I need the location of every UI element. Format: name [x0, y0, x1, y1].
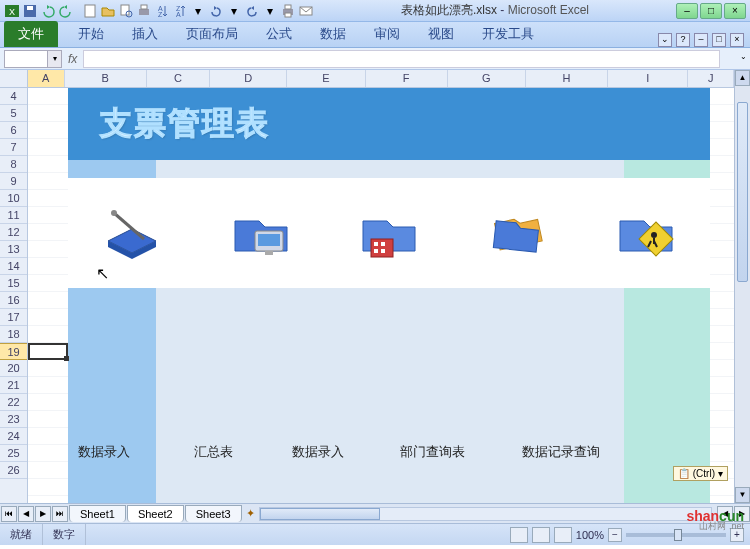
col-header-E[interactable]: E [287, 70, 365, 87]
formula-input[interactable] [83, 50, 720, 68]
file-tab[interactable]: 文件 [4, 21, 58, 47]
sheet-tab-1[interactable]: Sheet1 [69, 505, 126, 522]
vertical-scroll-thumb[interactable] [737, 102, 748, 282]
zoom-slider-thumb[interactable] [674, 529, 682, 541]
row-header-13[interactable]: 13 [0, 241, 27, 258]
tab-nav-prev[interactable]: ◀ [18, 506, 34, 522]
col-header-H[interactable]: H [526, 70, 608, 87]
name-box[interactable] [4, 50, 48, 68]
tab-formulas[interactable]: 公式 [252, 21, 306, 47]
sheet-tab-2[interactable]: Sheet2 [127, 505, 184, 522]
tab-nav-next[interactable]: ▶ [35, 506, 51, 522]
tab-view[interactable]: 视图 [414, 21, 468, 47]
workbook-minimize-button[interactable]: – [694, 33, 708, 47]
tab-insert[interactable]: 插入 [118, 21, 172, 47]
insert-sheet-button[interactable]: ✦ [246, 507, 255, 520]
scroll-up-button[interactable]: ▲ [735, 70, 750, 86]
sheet-tab-3[interactable]: Sheet3 [185, 505, 242, 522]
zoom-slider[interactable] [626, 533, 726, 537]
row-header-11[interactable]: 11 [0, 207, 27, 224]
workbook-restore-button[interactable]: □ [712, 33, 726, 47]
row-header-12[interactable]: 12 [0, 224, 27, 241]
fx-icon[interactable]: fx [62, 52, 83, 66]
row-header-14[interactable]: 14 [0, 258, 27, 275]
select-all-cell[interactable] [0, 70, 27, 88]
print-preview-icon[interactable] [118, 3, 134, 19]
sort-asc-icon[interactable]: AZ [154, 3, 170, 19]
scroll-left-button[interactable]: ◀ [717, 506, 733, 522]
row-header-21[interactable]: 21 [0, 377, 27, 394]
row-header-15[interactable]: 15 [0, 275, 27, 292]
cells-area[interactable]: 支票管理表 ↖ 数据录入 汇总表 数据录入 部门查询表 [28, 88, 734, 503]
excel-icon[interactable]: X [4, 3, 20, 19]
col-header-A[interactable]: A [28, 70, 65, 87]
row-header-19[interactable]: 19 [0, 343, 27, 360]
row-header-23[interactable]: 23 [0, 411, 27, 428]
tab-page-layout[interactable]: 页面布局 [172, 21, 252, 47]
paste-options-button[interactable]: 📋 (Ctrl) ▾ [673, 466, 728, 481]
folder-sign-icon[interactable] [614, 201, 678, 265]
col-header-B[interactable]: B [65, 70, 147, 87]
row-header-5[interactable]: 5 [0, 105, 27, 122]
row-header-25[interactable]: 25 [0, 445, 27, 462]
help-button[interactable]: ? [676, 33, 690, 47]
print-icon[interactable] [280, 3, 296, 19]
row-header-9[interactable]: 9 [0, 173, 27, 190]
scroll-right-button[interactable]: ▶ [734, 506, 750, 522]
email-icon[interactable] [298, 3, 314, 19]
row-header-4[interactable]: 4 [0, 88, 27, 105]
maximize-button[interactable]: □ [700, 3, 722, 19]
workbook-close-button[interactable]: × [730, 33, 744, 47]
view-page-break-button[interactable] [554, 527, 572, 543]
close-button[interactable]: × [724, 3, 746, 19]
row-header-6[interactable]: 6 [0, 122, 27, 139]
dropdown-icon[interactable]: ▾ [226, 3, 242, 19]
tab-nav-first[interactable]: ⏮ [1, 506, 17, 522]
view-normal-button[interactable] [510, 527, 528, 543]
undo-split-icon[interactable] [208, 3, 224, 19]
folders-stack-icon[interactable] [485, 201, 549, 265]
zoom-in-button[interactable]: + [730, 528, 744, 542]
col-header-G[interactable]: G [448, 70, 526, 87]
tab-developer[interactable]: 开发工具 [468, 21, 548, 47]
zoom-out-button[interactable]: − [608, 528, 622, 542]
tab-home[interactable]: 开始 [64, 21, 118, 47]
undo-icon[interactable] [40, 3, 56, 19]
col-header-I[interactable]: I [608, 70, 688, 87]
minimize-button[interactable]: – [676, 3, 698, 19]
open-icon[interactable] [100, 3, 116, 19]
redo-icon[interactable] [58, 3, 74, 19]
row-header-24[interactable]: 24 [0, 428, 27, 445]
name-box-dropdown[interactable]: ▾ [48, 50, 62, 68]
tab-nav-last[interactable]: ⏭ [52, 506, 68, 522]
book-pen-icon[interactable] [100, 201, 164, 265]
row-header-22[interactable]: 22 [0, 394, 27, 411]
col-header-D[interactable]: D [210, 70, 287, 87]
dropdown-icon[interactable]: ▾ [262, 3, 278, 19]
vertical-scrollbar[interactable]: ▲ ▼ [734, 70, 750, 503]
dropdown-icon[interactable]: ▾ [190, 3, 206, 19]
row-header-17[interactable]: 17 [0, 309, 27, 326]
row-header-20[interactable]: 20 [0, 360, 27, 377]
col-header-F[interactable]: F [366, 70, 448, 87]
ribbon-minimize-button[interactable]: ⌄ [658, 33, 672, 47]
row-header-8[interactable]: 8 [0, 156, 27, 173]
horizontal-scrollbar[interactable] [259, 507, 712, 521]
row-header-16[interactable]: 16 [0, 292, 27, 309]
new-icon[interactable] [82, 3, 98, 19]
row-header-10[interactable]: 10 [0, 190, 27, 207]
row-header-18[interactable]: 18 [0, 326, 27, 343]
horizontal-scroll-thumb[interactable] [260, 508, 380, 520]
row-header-7[interactable]: 7 [0, 139, 27, 156]
save-icon[interactable] [22, 3, 38, 19]
redo-split-icon[interactable] [244, 3, 260, 19]
zoom-percent[interactable]: 100% [576, 529, 604, 541]
tab-data[interactable]: 数据 [306, 21, 360, 47]
tab-review[interactable]: 审阅 [360, 21, 414, 47]
row-header-26[interactable]: 26 [0, 462, 27, 479]
view-page-layout-button[interactable] [532, 527, 550, 543]
col-header-J[interactable]: J [688, 70, 734, 87]
folder-monitor-icon[interactable] [229, 201, 293, 265]
folder-building-icon[interactable] [357, 201, 421, 265]
formula-bar-expand[interactable]: ⌄ [736, 52, 750, 66]
